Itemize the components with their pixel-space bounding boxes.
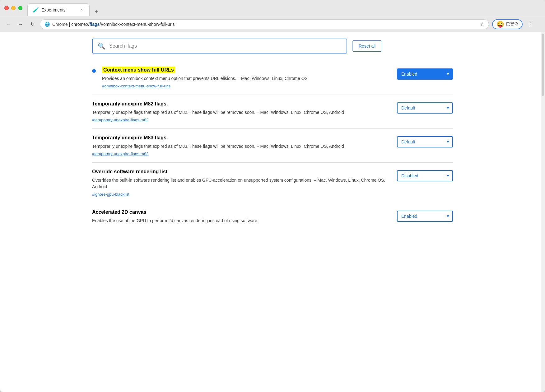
flag-description: Temporarily unexpire flags that expired … <box>92 143 391 150</box>
tab-close-button[interactable]: × <box>79 7 84 13</box>
flag-anchor-link[interactable]: #temporary-unexpire-flags-m82 <box>92 118 391 122</box>
address-hash: /#omnibox-context-menu-show-full-urls <box>100 22 175 27</box>
tabs-area: 🧪 Experiments × + <box>27 0 541 16</box>
flag-select-wrapper: Default Enabled Disabled ▼ <box>397 170 453 181</box>
flag-title: Accelerated 2D canvas <box>92 209 146 215</box>
back-button[interactable]: ← <box>4 20 13 29</box>
titlebar: 🧪 Experiments × + <box>0 0 545 16</box>
flag-body: Accelerated 2D canvas Enables the use of… <box>92 209 391 224</box>
flag-item: Context menu show full URLs Provides an … <box>92 61 453 95</box>
flag-description: Enables the use of the GPU to perform 2d… <box>92 217 391 224</box>
flag-active-dot <box>92 69 96 73</box>
scrollbar-thumb[interactable] <box>542 34 544 96</box>
reload-icon: ↻ <box>30 21 35 27</box>
flag-title: Temporarily unexpire M82 flags. <box>92 101 168 106</box>
chrome-menu-button[interactable]: ⋮ <box>527 21 533 28</box>
forward-icon: → <box>18 21 23 27</box>
flag-select-wrapper: Enabled Default Disabled ▼ <box>397 68 453 80</box>
profile-label: 已暂停 <box>506 21 518 27</box>
traffic-lights <box>4 6 22 10</box>
flag-control: Default Enabled Disabled ▼ <box>397 170 453 181</box>
flag-select-default[interactable]: Default Enabled Disabled <box>397 102 453 114</box>
flag-select-wrapper: Default Enabled Disabled ▼ <box>397 211 453 222</box>
bookmark-icon[interactable]: ☆ <box>480 21 484 27</box>
reset-all-button[interactable]: Reset all <box>352 40 382 52</box>
scrollbar[interactable] <box>541 32 545 392</box>
flags-list: Context menu show full URLs Provides an … <box>92 61 453 224</box>
address-flags-bold: flags <box>90 22 100 27</box>
maximize-button[interactable] <box>18 6 22 10</box>
flag-item: Temporarily unexpire M82 flags. Temporar… <box>92 95 453 129</box>
flag-anchor-link[interactable]: #ignore-gpu-blacklist <box>92 192 391 197</box>
flag-select-wrapper: Default Enabled Disabled ▼ <box>397 102 453 114</box>
profile-button[interactable]: 😜 已暂停 <box>492 19 523 29</box>
forward-button[interactable]: → <box>16 20 25 29</box>
flag-item: Temporarily unexpire M83 flags. Temporar… <box>92 129 453 163</box>
address-bar[interactable]: 🌐 Chrome | chrome://flags/#omnibox-conte… <box>40 19 489 29</box>
flag-body: Context menu show full URLs Provides an … <box>102 67 391 88</box>
flag-title: Context menu show full URLs <box>102 67 175 73</box>
search-bar-row: 🔍 Reset all <box>92 39 453 54</box>
reload-button[interactable]: ↻ <box>28 20 37 29</box>
flags-page-content: 🔍 Reset all Context menu show full URLs … <box>0 32 545 392</box>
new-tab-button[interactable]: + <box>92 7 101 16</box>
flag-control: Default Enabled Disabled ▼ <box>397 211 453 222</box>
search-icon: 🔍 <box>98 42 105 50</box>
flag-anchor-link[interactable]: #omnibox-context-menu-show-full-urls <box>102 84 391 88</box>
browser-window: 🧪 Experiments × + ← → ↻ 🌐 Chrome | chrom… <box>0 0 545 392</box>
flags-main: 🔍 Reset all Context menu show full URLs … <box>80 32 465 236</box>
flag-select-enabled[interactable]: Enabled Default Disabled <box>397 68 453 80</box>
flag-description: Provides an omnibox context menu option … <box>102 75 391 82</box>
flag-item: Accelerated 2D canvas Enables the use of… <box>92 203 453 224</box>
flag-description: Overrides the built-in software renderin… <box>92 177 391 190</box>
flag-select-default[interactable]: Default Enabled Disabled <box>397 136 453 147</box>
flag-body: Override software rendering list Overrid… <box>92 169 391 197</box>
address-text: Chrome | chrome://flags/#omnibox-context… <box>52 22 477 27</box>
flag-anchor-link[interactable]: #temporary-unexpire-flags-m83 <box>92 152 391 156</box>
search-input[interactable] <box>109 43 342 49</box>
flag-select-enabled-partial[interactable]: Default Enabled Disabled <box>397 211 453 222</box>
flag-title: Temporarily unexpire M83 flags. <box>92 135 168 140</box>
flag-select-disabled[interactable]: Default Enabled Disabled <box>397 170 453 181</box>
close-button[interactable] <box>4 6 9 10</box>
flag-body: Temporarily unexpire M82 flags. Temporar… <box>92 101 391 122</box>
profile-emoji: 😜 <box>496 21 504 28</box>
search-box: 🔍 <box>92 39 347 54</box>
minimize-button[interactable] <box>11 6 16 10</box>
back-icon: ← <box>6 21 11 27</box>
flag-description: Temporarily unexpire flags that expired … <box>92 109 391 116</box>
address-separator: | chrome:// <box>69 22 90 27</box>
flag-control: Default Enabled Disabled ▼ <box>397 136 453 147</box>
address-protocol: Chrome <box>52 22 68 27</box>
active-tab[interactable]: 🧪 Experiments × <box>27 3 90 16</box>
flag-item: Override software rendering list Overrid… <box>92 163 453 203</box>
navbar: ← → ↻ 🌐 Chrome | chrome://flags/#omnibox… <box>0 16 545 32</box>
flag-select-wrapper: Default Enabled Disabled ▼ <box>397 136 453 147</box>
tab-icon: 🧪 <box>33 7 39 13</box>
flag-title: Override software rendering list <box>92 169 167 174</box>
flag-control: Default Enabled Disabled ▼ <box>397 102 453 114</box>
flag-body: Temporarily unexpire M83 flags. Temporar… <box>92 135 391 156</box>
tab-title: Experiments <box>41 7 76 12</box>
flag-control: Enabled Default Disabled ▼ <box>397 68 453 80</box>
site-info-icon: 🌐 <box>44 22 50 27</box>
